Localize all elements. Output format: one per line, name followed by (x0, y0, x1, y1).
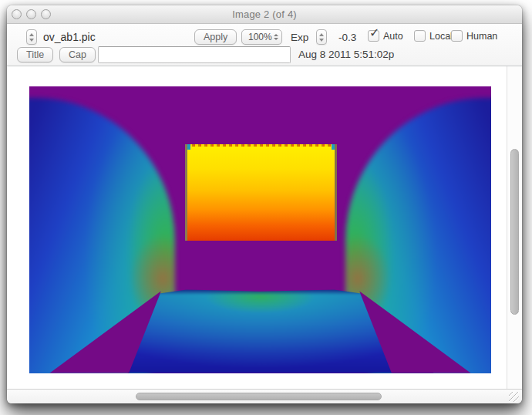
window-corner-dot (332, 144, 335, 150)
bright-window-region (185, 144, 337, 241)
auto-checkbox[interactable]: ✓ Auto (368, 30, 403, 42)
filename-label: ov_ab1.pic (43, 31, 96, 43)
human-checkbox[interactable]: ✓ Human (451, 30, 497, 42)
window-title: Image 2 (of 4) (7, 5, 522, 23)
image-viewer-window: Image 2 (of 4) ov_ab1.pic Apply 100% Exp… (7, 5, 522, 403)
traffic-lights (12, 9, 51, 19)
checkmark-icon: ✓ (369, 27, 379, 39)
exp-label: Exp (291, 32, 308, 43)
zoom-level-select[interactable]: 100% (241, 29, 282, 45)
timestamp-label: Aug 8 2011 5:51:02p (298, 49, 394, 60)
stepper-down-icon[interactable] (319, 39, 324, 42)
title-button[interactable]: Title (17, 47, 53, 62)
minimize-button-icon[interactable] (26, 9, 36, 19)
image-stepper[interactable] (26, 29, 37, 45)
stepper-up-icon[interactable] (29, 33, 34, 36)
exposure-value: -0.3 (338, 32, 356, 43)
human-checkbox-label: Human (466, 30, 497, 42)
window-top-noise (187, 144, 335, 147)
vertical-scrollbar-thumb[interactable] (510, 149, 519, 315)
exposure-stepper[interactable] (316, 29, 327, 45)
false-color-image[interactable] (29, 86, 491, 373)
checkbox-box[interactable]: ✓ (451, 30, 463, 42)
auto-checkbox-label: Auto (383, 30, 403, 42)
title-bar[interactable]: Image 2 (of 4) (7, 5, 522, 24)
window-corner-dot (187, 144, 190, 150)
zoom-level-value: 100% (248, 32, 272, 42)
popup-arrows-icon (274, 34, 278, 40)
local-checkbox-label: Local (429, 30, 453, 42)
vertical-scrollbar-track[interactable] (507, 66, 522, 389)
checkbox-box[interactable]: ✓ (414, 30, 426, 42)
apply-button[interactable]: Apply (194, 29, 237, 45)
cap-button[interactable]: Cap (59, 47, 96, 62)
horizontal-scrollbar-thumb[interactable] (136, 393, 382, 400)
local-checkbox[interactable]: ✓ Local (414, 30, 453, 42)
checkbox-box[interactable]: ✓ (368, 30, 379, 42)
close-button-icon[interactable] (12, 9, 22, 19)
horizontal-scrollbar-track[interactable] (7, 389, 522, 403)
zoom-button-icon[interactable] (41, 9, 51, 19)
toolbar: ov_ab1.pic Apply 100% Exp -0.3 ✓ Auto ✓ … (7, 24, 522, 66)
resize-grip-icon[interactable] (509, 392, 519, 402)
caption-input[interactable] (98, 46, 291, 63)
stepper-up-icon[interactable] (319, 33, 324, 36)
stepper-down-icon[interactable] (29, 39, 34, 42)
content-area (7, 66, 522, 389)
